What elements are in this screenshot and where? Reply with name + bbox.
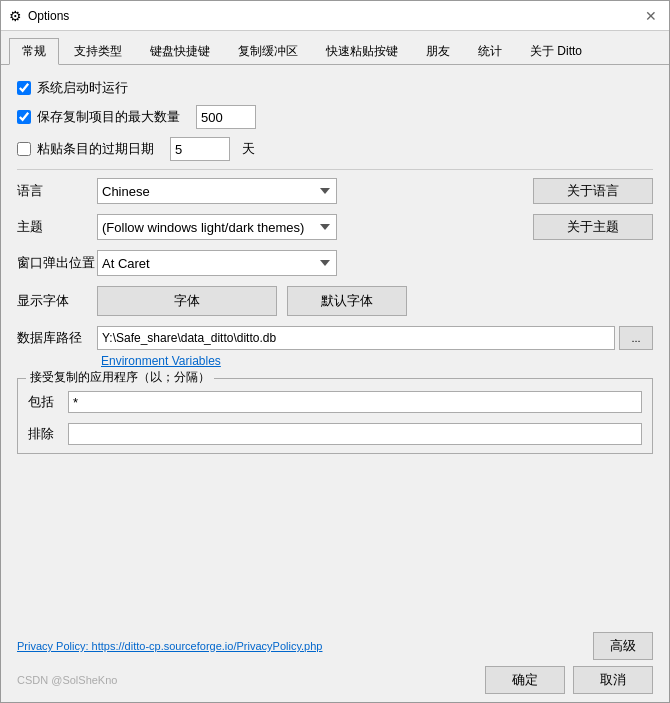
exclude-row: 排除 (28, 419, 642, 445)
language-label: 语言 (17, 182, 97, 200)
cancel-button[interactable]: 取消 (573, 666, 653, 694)
expire-input[interactable] (170, 137, 230, 161)
expire-checkbox[interactable] (17, 142, 31, 156)
footer-buttons: Privacy Policy: https://ditto-cp.sourcef… (17, 632, 653, 660)
tab-stats[interactable]: 统计 (465, 38, 515, 65)
expire-unit: 天 (242, 140, 255, 158)
tab-keyboard-shortcuts[interactable]: 键盘快捷键 (137, 38, 223, 65)
close-button[interactable]: ✕ (641, 6, 661, 26)
font-default-button[interactable]: 默认字体 (287, 286, 407, 316)
expire-label: 粘贴条目的过期日期 (37, 140, 154, 158)
options-window: ⚙ Options ✕ 常规 支持类型 键盘快捷键 复制缓冲区 快速粘贴按键 朋… (0, 0, 670, 703)
save-max-row: 保存复制项目的最大数量 (17, 105, 653, 129)
font-label: 显示字体 (17, 292, 97, 310)
footer: Privacy Policy: https://ditto-cp.sourcef… (1, 624, 669, 702)
save-max-label: 保存复制项目的最大数量 (37, 108, 180, 126)
privacy-policy-link[interactable]: Privacy Policy: https://ditto-cp.sourcef… (17, 640, 322, 652)
save-max-checkbox[interactable] (17, 110, 31, 124)
theme-select[interactable]: (Follow windows light/dark themes) (97, 214, 337, 240)
db-browse-button[interactable]: ... (619, 326, 653, 350)
save-max-input[interactable] (196, 105, 256, 129)
popup-select[interactable]: At Caret (97, 250, 337, 276)
content-area: 系统启动时运行 保存复制项目的最大数量 粘贴条目的过期日期 天 语言 Chine… (1, 65, 669, 624)
include-row: 包括 (28, 387, 642, 413)
startup-checkbox[interactable] (17, 81, 31, 95)
db-label: 数据库路径 (17, 329, 97, 347)
ok-button[interactable]: 确定 (485, 666, 565, 694)
language-control: Chinese (97, 178, 523, 204)
title-bar-left: ⚙ Options (9, 8, 69, 24)
language-row: 语言 Chinese 关于语言 (17, 178, 653, 204)
window-title: Options (28, 9, 69, 23)
popup-control: At Caret (97, 250, 653, 276)
db-row: 数据库路径 ... (17, 326, 653, 350)
apps-group-legend: 接受复制的应用程序（以；分隔） (26, 369, 214, 386)
tab-support-types[interactable]: 支持类型 (61, 38, 135, 65)
advanced-button[interactable]: 高级 (593, 632, 653, 660)
env-variables-link[interactable]: Environment Variables (101, 354, 653, 368)
exclude-label: 排除 (28, 425, 68, 443)
tab-quick-paste[interactable]: 快速粘贴按键 (313, 38, 411, 65)
tab-about[interactable]: 关于 Ditto (517, 38, 595, 65)
theme-about-button[interactable]: 关于主题 (533, 214, 653, 240)
startup-label: 系统启动时运行 (37, 79, 128, 97)
theme-row: 主题 (Follow windows light/dark themes) 关于… (17, 214, 653, 240)
app-icon: ⚙ (9, 8, 22, 24)
popup-row: 窗口弹出位置 At Caret (17, 250, 653, 276)
tab-copy-buffer[interactable]: 复制缓冲区 (225, 38, 311, 65)
font-row: 显示字体 字体 默认字体 (17, 286, 653, 316)
include-input[interactable] (68, 391, 642, 413)
watermark-text: CSDN @SolSheKno (17, 674, 117, 686)
font-button[interactable]: 字体 (97, 286, 277, 316)
expire-row: 粘贴条目的过期日期 天 (17, 137, 653, 161)
exclude-input[interactable] (68, 423, 642, 445)
tab-general[interactable]: 常规 (9, 38, 59, 65)
title-bar: ⚙ Options ✕ (1, 1, 669, 31)
theme-control: (Follow windows light/dark themes) (97, 214, 523, 240)
footer-right-buttons: 确定 取消 (485, 666, 653, 694)
language-select[interactable]: Chinese (97, 178, 337, 204)
popup-label: 窗口弹出位置 (17, 254, 97, 272)
apps-group-box: 接受复制的应用程序（以；分隔） 包括 排除 (17, 378, 653, 454)
db-path-input[interactable] (97, 326, 615, 350)
tabs-bar: 常规 支持类型 键盘快捷键 复制缓冲区 快速粘贴按键 朋友 统计 关于 Ditt… (1, 31, 669, 65)
startup-row: 系统启动时运行 (17, 79, 653, 97)
language-about-button[interactable]: 关于语言 (533, 178, 653, 204)
include-label: 包括 (28, 393, 68, 411)
theme-label: 主题 (17, 218, 97, 236)
footer-action-buttons: CSDN @SolSheKno 确定 取消 (17, 666, 653, 694)
tab-friends[interactable]: 朋友 (413, 38, 463, 65)
